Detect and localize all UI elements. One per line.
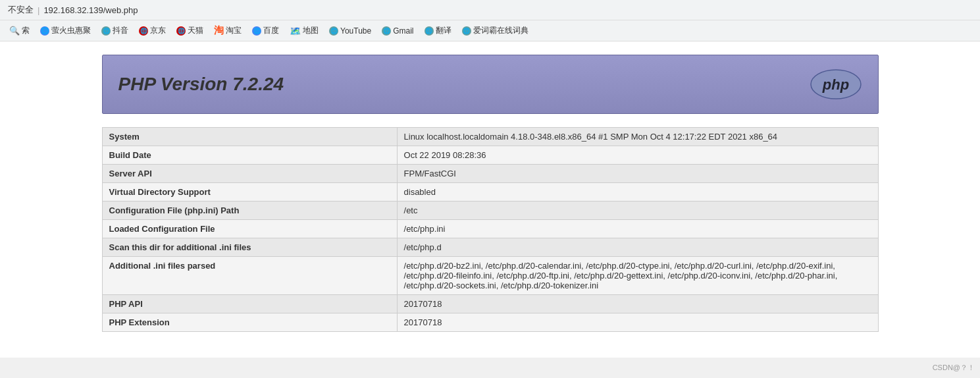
bookmark-gmail[interactable]: 🌐 Gmail xyxy=(378,25,417,37)
insecure-label: 不安全 xyxy=(8,4,34,16)
bookmark-search[interactable]: 🔍 索 xyxy=(5,24,34,38)
bookmark-taobao[interactable]: 淘 淘宝 xyxy=(210,23,245,38)
bookmark-huohuichuju-label: 萤火虫惠聚 xyxy=(51,25,91,36)
bookmark-aiciyuan-label: 爱词霸在线词典 xyxy=(473,25,529,36)
fanyi-icon: 🌐 xyxy=(425,26,434,36)
table-cell-value: Oct 22 2019 08:28:36 xyxy=(397,146,878,165)
php-header: PHP Version 7.2.24 php xyxy=(102,55,879,114)
bookmark-ditu[interactable]: 🗺️ 地图 xyxy=(286,24,322,38)
table-cell-value: Linux localhost.localdomain 4.18.0-348.e… xyxy=(397,128,878,146)
search-icon: 🔍 xyxy=(9,26,20,36)
bookmark-douyin[interactable]: 🌐 抖音 xyxy=(97,24,132,38)
bookmark-youtube[interactable]: 🌐 YouTube xyxy=(325,25,375,37)
table-cell-value: /etc/php.d/20-bz2.ini, /etc/php.d/20-cal… xyxy=(397,257,878,295)
url-bar[interactable]: 192.168.32.139/web.php xyxy=(43,5,138,15)
table-cell-label: Scan this dir for additional .ini files xyxy=(102,238,397,257)
svg-text:php: php xyxy=(821,76,848,93)
bookmark-jingdong-label: 京东 xyxy=(150,25,166,36)
bookmarks-bar: 🔍 索 🌐 萤火虫惠聚 🌐 抖音 🌐 京东 🌐 天猫 淘 淘宝 🌐 百度 🗺️ … xyxy=(0,20,980,41)
maps-icon: 🗺️ xyxy=(290,26,301,36)
table-row: PHP Extension20170718 xyxy=(102,313,878,332)
php-logo: php xyxy=(810,68,862,100)
baidu-icon: 🌐 xyxy=(252,26,261,36)
aiciyuan-icon: 🌐 xyxy=(462,26,471,36)
bookmark-douyin-label: 抖音 xyxy=(113,25,128,36)
bookmark-aiciyuan[interactable]: 🌐 爱词霸在线词典 xyxy=(458,24,532,38)
php-info-table: SystemLinux localhost.localdomain 4.18.0… xyxy=(102,127,879,332)
table-cell-value: 20170718 xyxy=(397,295,878,313)
douyin-icon: 🌐 xyxy=(101,26,111,36)
gmail-icon: 🌐 xyxy=(382,26,391,36)
table-cell-value: /etc xyxy=(397,202,878,220)
table-cell-label: Configuration File (php.ini) Path xyxy=(102,202,397,220)
browser-address-bar: 不安全 | 192.168.32.139/web.php xyxy=(0,0,980,20)
table-cell-label: Additional .ini files parsed xyxy=(102,257,397,295)
table-cell-label: PHP Extension xyxy=(102,313,397,332)
table-cell-value: /etc/php.d xyxy=(397,238,878,257)
table-row: PHP API20170718 xyxy=(102,295,878,313)
bookmark-gmail-label: Gmail xyxy=(393,26,413,36)
php-table-container: SystemLinux localhost.localdomain 4.18.0… xyxy=(102,127,879,332)
table-cell-value: /etc/php.ini xyxy=(397,220,878,238)
tianmao-icon: 🌐 xyxy=(176,26,186,36)
separator: | xyxy=(38,5,39,15)
table-cell-label: System xyxy=(102,128,397,146)
table-cell-value: 20170718 xyxy=(397,313,878,332)
table-cell-label: Build Date xyxy=(102,146,397,165)
table-row: Loaded Configuration File/etc/php.ini xyxy=(102,220,878,238)
table-cell-label: Virtual Directory Support xyxy=(102,183,397,202)
bookmark-fanyi-label: 翻译 xyxy=(436,25,451,36)
bookmark-huohuichuju[interactable]: 🌐 萤火虫惠聚 xyxy=(36,24,95,38)
table-row: Configuration File (php.ini) Path/etc xyxy=(102,202,878,220)
table-row: Additional .ini files parsed/etc/php.d/2… xyxy=(102,257,878,295)
table-cell-value: disabled xyxy=(397,183,878,202)
page-content: PHP Version 7.2.24 php SystemLinux local… xyxy=(0,41,980,358)
table-cell-label: Loaded Configuration File xyxy=(102,220,397,238)
taobao-icon: 淘 xyxy=(214,24,224,37)
bookmark-ditu-label: 地图 xyxy=(303,25,319,36)
bookmark-taobao-label: 淘宝 xyxy=(226,25,242,36)
bookmark-fanyi[interactable]: 🌐 翻译 xyxy=(421,24,455,38)
bookmark-search-label: 索 xyxy=(22,25,30,36)
youtube-icon: 🌐 xyxy=(329,26,338,36)
huohuichuju-icon: 🌐 xyxy=(40,26,49,36)
table-row: Build DateOct 22 2019 08:28:36 xyxy=(102,146,878,165)
bookmark-baidu-label: 百度 xyxy=(263,25,279,36)
bookmark-baidu[interactable]: 🌐 百度 xyxy=(248,24,283,38)
table-cell-label: PHP API xyxy=(102,295,397,313)
jingdong-icon: 🌐 xyxy=(139,26,148,36)
table-row: Scan this dir for additional .ini files/… xyxy=(102,238,878,257)
php-version-title: PHP Version 7.2.24 xyxy=(118,74,284,95)
table-cell-value: FPM/FastCGI xyxy=(397,165,878,183)
bookmark-youtube-label: YouTube xyxy=(340,26,371,36)
table-row: Server APIFPM/FastCGI xyxy=(102,165,878,183)
bookmark-tianmao[interactable]: 🌐 天猫 xyxy=(172,24,207,38)
table-row: Virtual Directory Supportdisabled xyxy=(102,183,878,202)
table-cell-label: Server API xyxy=(102,165,397,183)
bookmark-tianmao-label: 天猫 xyxy=(188,25,203,36)
bookmark-jingdong[interactable]: 🌐 京东 xyxy=(135,24,170,38)
table-row: SystemLinux localhost.localdomain 4.18.0… xyxy=(102,128,878,146)
